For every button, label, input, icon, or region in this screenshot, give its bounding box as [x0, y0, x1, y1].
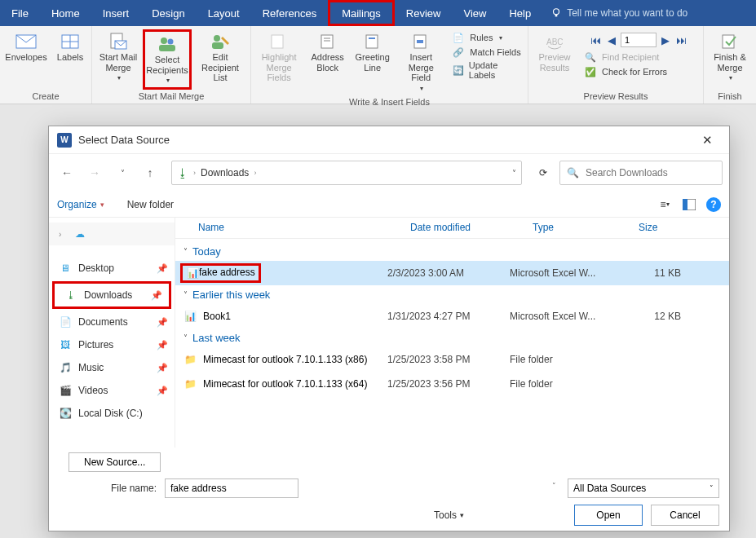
download-icon: ⭳: [64, 289, 77, 302]
chevron-down-icon: ˅: [183, 290, 188, 299]
chevron-down-icon: ▾: [420, 85, 423, 92]
menu-view[interactable]: View: [452, 0, 497, 26]
col-name[interactable]: Name: [192, 218, 404, 238]
menu-help[interactable]: Help: [497, 0, 542, 26]
chevron-down-icon: ▾: [499, 34, 502, 42]
tree-quick-access[interactable]: › ☁: [49, 223, 175, 245]
menu-review[interactable]: Review: [395, 0, 453, 26]
col-size[interactable]: Size: [632, 218, 697, 238]
col-date[interactable]: Date modified: [404, 218, 526, 238]
pin-icon: 📌: [157, 317, 168, 328]
last-record-button[interactable]: ⏭: [674, 34, 688, 46]
cancel-button[interactable]: Cancel: [651, 505, 719, 526]
address-block-button[interactable]: Address Block: [305, 29, 350, 76]
preview-results-button[interactable]: ABC Preview Results: [530, 29, 579, 76]
first-record-button[interactable]: ⏮: [589, 34, 603, 46]
select-recipients-button[interactable]: Select Recipients▾: [143, 29, 192, 90]
file-mimecast-x64[interactable]: 📁Mimecast for outlook 7.10.1.133 (x64) 1…: [175, 372, 729, 396]
col-type[interactable]: Type: [526, 218, 632, 238]
refresh-button[interactable]: ⟳: [532, 167, 555, 179]
svg-rect-13: [272, 35, 283, 48]
preview-icon: ABC: [543, 33, 566, 51]
menu-home[interactable]: Home: [40, 0, 91, 26]
chevron-down-icon: ˅: [183, 247, 188, 256]
view-options-button[interactable]: ≡ ▾: [656, 196, 674, 214]
start-mail-merge-button[interactable]: Start Mail Merge▾: [94, 29, 143, 85]
update-labels-icon: 🔄: [452, 64, 463, 77]
chevron-down-icon: ˅: [710, 484, 714, 492]
update-labels-button[interactable]: 🔄Update Labels: [452, 60, 521, 80]
pin-icon: 📌: [157, 363, 168, 373]
tree-desktop[interactable]: 🖥 Desktop 📌: [49, 257, 175, 280]
breadcrumb-dropdown[interactable]: ˅: [512, 169, 516, 178]
svg-point-9: [168, 39, 174, 45]
preview-pane-button[interactable]: [680, 196, 698, 214]
insert-merge-field-button[interactable]: Insert Merge Field▾: [395, 29, 447, 95]
ribbon: Envelopes Labels Create Start Mail Merge…: [0, 26, 756, 104]
rules-button[interactable]: 📄Rules▾: [452, 31, 502, 44]
prev-record-button[interactable]: ◀: [606, 34, 617, 46]
chevron-down-icon[interactable]: ˅: [552, 482, 556, 490]
music-icon: 🎵: [59, 361, 72, 374]
folder-icon: 📁: [183, 377, 197, 390]
greeting-line-button[interactable]: Greeting Line: [350, 29, 395, 76]
group-create: Envelopes Labels Create: [0, 26, 92, 104]
search-icon: 🔍: [567, 167, 579, 179]
tell-me-label: Tell me what you want to do: [567, 7, 687, 19]
tree-downloads[interactable]: ⭳ Downloads 📌: [55, 284, 169, 306]
group-start-mail-merge: Start Mail Merge▾ Select Recipients▾ Edi…: [92, 26, 251, 104]
file-pane: Name Date modified Type Size ˅Today 📊 fa…: [175, 218, 729, 448]
back-button[interactable]: ←: [55, 161, 78, 184]
new-folder-button[interactable]: New folder: [127, 199, 174, 210]
recent-locations-button[interactable]: ˅: [111, 161, 134, 184]
forward-button[interactable]: →: [83, 161, 106, 184]
up-button[interactable]: ↑: [139, 161, 161, 184]
tree-documents[interactable]: 📄 Documents 📌: [49, 311, 175, 333]
close-button[interactable]: ✕: [693, 126, 721, 154]
tree-videos[interactable]: 🎬 Videos 📌: [49, 379, 175, 402]
edit-people-icon: [209, 33, 232, 51]
check-errors-button[interactable]: ✅Check for Errors: [584, 65, 667, 78]
organize-button[interactable]: Organize▾: [57, 199, 104, 210]
insert-field-icon: [409, 33, 432, 51]
find-recipient-button[interactable]: 🔍Find Recipient: [584, 51, 659, 64]
menu-file[interactable]: File: [0, 0, 40, 26]
next-record-button[interactable]: ▶: [660, 34, 671, 46]
svg-rect-24: [683, 199, 687, 210]
menu-design[interactable]: Design: [140, 0, 196, 26]
record-number-input[interactable]: [621, 33, 657, 47]
file-book1[interactable]: 📊Book1 1/31/2023 4:27 PM Microsoft Excel…: [175, 304, 729, 329]
labels-button[interactable]: Labels: [51, 29, 90, 66]
match-fields-button[interactable]: 🔗Match Fields: [452, 46, 520, 59]
group-today[interactable]: ˅Today: [175, 242, 729, 261]
finish-merge-button[interactable]: Finish & Merge▾: [705, 29, 754, 85]
new-source-button[interactable]: New Source...: [69, 452, 161, 472]
menu-insert[interactable]: Insert: [91, 0, 141, 26]
open-button[interactable]: Open: [574, 505, 643, 526]
file-name-input[interactable]: [165, 478, 298, 498]
breadcrumb[interactable]: ⭳ › Downloads › ˅: [171, 161, 522, 185]
breadcrumb-location[interactable]: Downloads: [201, 167, 249, 179]
help-button[interactable]: ?: [706, 197, 721, 212]
search-box[interactable]: 🔍: [559, 161, 723, 185]
tools-button[interactable]: Tools▾: [434, 509, 464, 521]
tree-pictures[interactable]: 🖼 Pictures 📌: [49, 333, 175, 356]
file-fake-address[interactable]: 📊 fake address 2/3/2023 3:00 AM Microsof…: [175, 261, 729, 285]
file-mimecast-x86[interactable]: 📁Mimecast for outlook 7.10.1.133 (x86) 1…: [175, 347, 729, 372]
svg-rect-1: [555, 15, 558, 17]
file-type-filter[interactable]: All Data Sources ˅: [568, 478, 719, 498]
tell-me[interactable]: Tell me what you want to do: [542, 0, 696, 26]
chevron-right-icon: ›: [193, 169, 196, 177]
menu-references[interactable]: References: [251, 0, 328, 26]
tree-music[interactable]: 🎵 Music 📌: [49, 356, 175, 379]
envelopes-button[interactable]: Envelopes: [2, 29, 51, 66]
group-earlier-this-week[interactable]: ˅Earlier this week: [175, 285, 729, 304]
tree-local-disk[interactable]: 💽 Local Disk (C:): [49, 402, 175, 425]
edit-recipient-list-button[interactable]: Edit Recipient List: [192, 29, 249, 86]
highlight-merge-fields-button[interactable]: Highlight Merge Fields: [253, 29, 305, 86]
menu-layout[interactable]: Layout: [197, 0, 251, 26]
svg-point-0: [554, 9, 559, 15]
search-input[interactable]: [584, 166, 715, 179]
group-last-week[interactable]: ˅Last week: [175, 329, 729, 347]
menu-mailings[interactable]: Mailings: [328, 0, 395, 26]
